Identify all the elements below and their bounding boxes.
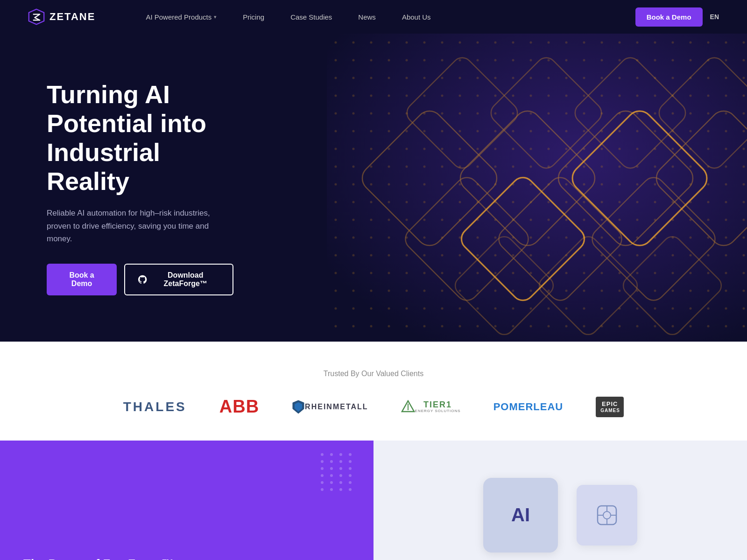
svg-point-37 xyxy=(330,474,333,477)
bottom-section: The Power of ZetaForge™ AI xyxy=(0,441,747,560)
svg-point-30 xyxy=(339,460,342,463)
nav-item-pricing[interactable]: Pricing xyxy=(230,0,277,34)
svg-point-31 xyxy=(349,460,352,463)
hero-content: Turning AI Potential into Industrial Rea… xyxy=(0,80,280,295)
tier1-icon xyxy=(401,400,415,414)
hero-buttons: Book a Demo Download ZetaForge™ xyxy=(47,264,233,295)
hero-download-button[interactable]: Download ZetaForge™ xyxy=(124,264,233,295)
rheinmetall-logo: RHEINMETALL xyxy=(292,399,368,414)
svg-point-47 xyxy=(349,488,352,491)
svg-point-34 xyxy=(339,467,342,470)
ai-card-main: AI xyxy=(483,478,558,553)
clients-label: Trusted By Our Valued Clients xyxy=(47,370,700,378)
svg-point-24 xyxy=(321,453,324,456)
svg-point-41 xyxy=(330,481,333,484)
thales-logo: THALES xyxy=(123,399,187,414)
svg-point-36 xyxy=(321,474,324,477)
hero-subtitle: Reliable AI automation for high–risk ind… xyxy=(47,207,233,245)
tier1-logo: TIER1 ENERGY SOLUTIONS xyxy=(401,400,461,414)
nav-item-case-studies[interactable]: Case Studies xyxy=(277,0,345,34)
svg-point-29 xyxy=(330,460,333,463)
svg-point-44 xyxy=(321,488,324,491)
bottom-right-panel: AI xyxy=(374,441,747,560)
svg-point-25 xyxy=(330,453,333,456)
pomerleau-logo: POMERLEAU xyxy=(493,401,564,413)
nav-book-demo-button[interactable]: Book a Demo xyxy=(635,7,703,27)
svg-point-46 xyxy=(339,488,342,491)
hero-section: // dots rendered via SVG pattern xyxy=(0,34,747,342)
nav-item-news[interactable]: News xyxy=(345,0,389,34)
nav-right: Book a Demo EN xyxy=(635,7,719,27)
chevron-down-icon: ▾ xyxy=(214,14,217,20)
navbar: ZETANE AI Powered Products ▾ Pricing Cas… xyxy=(0,0,747,34)
dots-decoration xyxy=(317,450,355,497)
svg-point-35 xyxy=(349,467,352,470)
hero-background: // dots rendered via SVG pattern xyxy=(327,34,747,342)
bottom-left-title: The Power of ZetaForge™ xyxy=(23,557,350,560)
nav-item-about-us[interactable]: About Us xyxy=(389,0,444,34)
hero-book-demo-button[interactable]: Book a Demo xyxy=(47,264,117,295)
svg-point-39 xyxy=(349,474,352,477)
svg-point-45 xyxy=(330,488,333,491)
epic-games-logo: EPIC GAMES xyxy=(596,397,624,417)
clients-logos: THALES ABB RHEINMETALL TIER1 ENERGY SOLU… xyxy=(47,397,700,417)
bottom-left-panel: The Power of ZetaForge™ xyxy=(0,441,374,560)
svg-point-28 xyxy=(321,460,324,463)
brand-name: ZETANE xyxy=(49,11,95,23)
nav-item-ai-products[interactable]: AI Powered Products ▾ xyxy=(133,0,230,34)
ai-card-secondary xyxy=(577,485,637,546)
logo-link[interactable]: ZETANE xyxy=(28,8,95,25)
svg-point-43 xyxy=(349,481,352,484)
nav-links: AI Powered Products ▾ Pricing Case Studi… xyxy=(133,0,635,34)
abb-logo: ABB xyxy=(219,397,259,417)
svg-point-32 xyxy=(321,467,324,470)
rheinmetall-icon xyxy=(292,399,305,414)
svg-point-42 xyxy=(339,481,342,484)
svg-point-49 xyxy=(603,511,611,519)
svg-point-38 xyxy=(339,474,342,477)
clients-section: Trusted By Our Valued Clients THALES ABB… xyxy=(0,342,747,441)
github-icon xyxy=(138,274,147,285)
svg-point-40 xyxy=(321,481,324,484)
svg-point-33 xyxy=(330,467,333,470)
logo-icon xyxy=(28,8,45,25)
svg-point-27 xyxy=(349,453,352,456)
svg-point-26 xyxy=(339,453,342,456)
hero-title: Turning AI Potential into Industrial Rea… xyxy=(47,80,233,196)
language-selector[interactable]: EN xyxy=(710,13,719,21)
ai-illustration-icon xyxy=(593,501,621,529)
